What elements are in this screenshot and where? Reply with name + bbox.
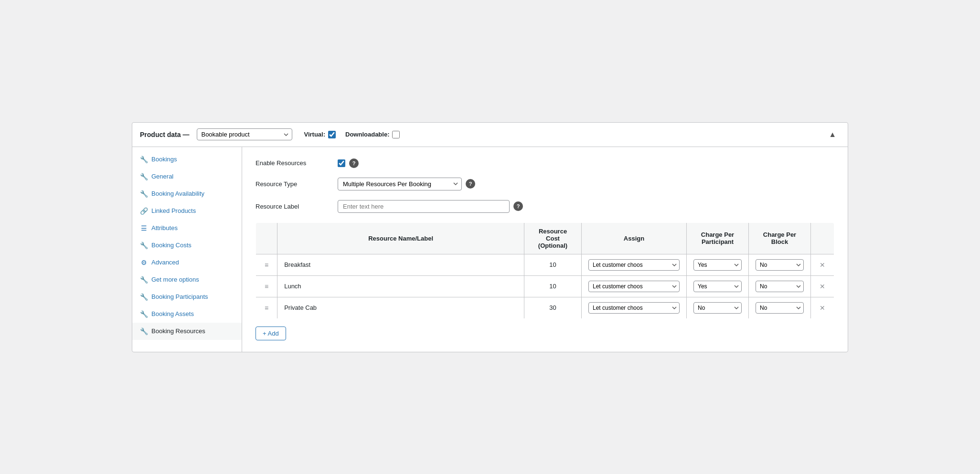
col-header-assign: Assign (582, 222, 687, 254)
delete-row-button[interactable]: ✕ (818, 282, 827, 291)
sidebar-item-linked-products[interactable]: 🔗 Linked Products (132, 202, 242, 220)
product-data-panel: Product data — Bookable product Virtual:… (132, 122, 848, 352)
resource-cost-value: 10 (549, 283, 556, 290)
resource-cost-cell: 10 (524, 254, 582, 275)
enable-resources-label: Enable Resources (256, 159, 332, 167)
wrench-icon: 🔧 (140, 310, 148, 318)
resource-label-controls: ? (338, 200, 523, 213)
charge-block-select[interactable]: YesNo (756, 281, 804, 292)
table-row: ≡ Lunch 10 Let customer choosAssign YesN… (256, 275, 834, 297)
panel-header: Product data — Bookable product Virtual:… (132, 123, 848, 147)
charge-participant-cell: YesNo (687, 297, 749, 318)
main-content: Enable Resources ? Resource Type Multipl… (242, 147, 848, 352)
resource-type-help-icon[interactable]: ? (466, 179, 475, 189)
virtual-label: Virtual: (304, 131, 325, 138)
link-icon: 🔗 (140, 207, 148, 215)
drag-handle-icon[interactable]: ≡ (263, 304, 270, 312)
charge-participant-cell: YesNo (687, 275, 749, 297)
assign-cell: Let customer choosAssign (582, 275, 687, 297)
sidebar-item-label: General (151, 173, 173, 180)
enable-resources-help-icon[interactable]: ? (349, 158, 359, 168)
assign-cell: Let customer choosAssign (582, 254, 687, 275)
sidebar-item-bookings[interactable]: 🔧 Bookings (132, 151, 242, 168)
delete-cell: ✕ (811, 254, 834, 275)
drag-handle-icon[interactable]: ≡ (263, 283, 270, 290)
downloadable-option: Downloadable: (345, 131, 400, 138)
assign-select[interactable]: Let customer choosAssign (588, 259, 680, 271)
panel-title: Product data — (140, 131, 189, 138)
product-type-select[interactable]: Bookable product (197, 128, 292, 140)
charge-block-cell: YesNo (749, 275, 811, 297)
col-header-delete (811, 222, 834, 254)
sidebar-item-booking-costs[interactable]: 🔧 Booking Costs (132, 237, 242, 254)
sidebar-item-booking-participants[interactable]: 🔧 Booking Participants (132, 288, 242, 305)
sidebar-item-general[interactable]: 🔧 General (132, 168, 242, 185)
delete-cell: ✕ (811, 275, 834, 297)
resource-cost-value: 30 (549, 304, 556, 311)
virtual-option: Virtual: (304, 131, 336, 138)
resource-cost-cell: 30 (524, 297, 582, 318)
delete-row-button[interactable]: ✕ (818, 303, 827, 313)
resource-name-value: Private Cab (284, 304, 317, 311)
wrench-icon: 🔧 (140, 156, 148, 163)
sidebar-item-get-more-options[interactable]: 🔧 Get more options (132, 271, 242, 288)
charge-block-cell: YesNo (749, 297, 811, 318)
charge-participant-select[interactable]: YesNo (693, 259, 742, 271)
assign-select[interactable]: Let customer choosAssign (588, 281, 680, 292)
col-header-charge-participant: Charge Per Participant (687, 222, 749, 254)
list-icon: ☰ (140, 224, 148, 232)
charge-block-select[interactable]: YesNo (756, 259, 804, 271)
sidebar-item-label: Bookings (151, 156, 177, 163)
resource-name-cell: Private Cab (277, 297, 524, 318)
sidebar-item-label: Advanced (151, 259, 179, 266)
sidebar-item-booking-resources[interactable]: 🔧 Booking Resources (132, 323, 242, 340)
sidebar-item-attributes[interactable]: ☰ Attributes (132, 220, 242, 237)
sidebar-item-label: Booking Costs (151, 242, 192, 249)
sidebar-item-label: Booking Resources (151, 327, 205, 335)
charge-participant-select[interactable]: YesNo (693, 302, 742, 314)
downloadable-checkbox[interactable] (392, 131, 400, 138)
resource-name-value: Breakfast (284, 261, 310, 268)
gear-icon: ⚙ (140, 259, 148, 266)
resource-type-select[interactable]: Multiple Resources Per Booking (338, 178, 462, 190)
sidebar-item-label: Attributes (151, 224, 178, 232)
resource-label-help-icon[interactable]: ? (513, 201, 523, 211)
add-resource-button[interactable]: + Add (256, 327, 286, 340)
sidebar-item-advanced[interactable]: ⚙ Advanced (132, 254, 242, 271)
resource-label-input[interactable] (338, 200, 510, 213)
charge-block-select[interactable]: YesNo (756, 302, 804, 314)
panel-body: 🔧 Bookings 🔧 General 🔧 Booking Availabil… (132, 147, 848, 352)
wrench-icon: 🔧 (140, 173, 148, 180)
delete-row-button[interactable]: ✕ (818, 260, 827, 270)
delete-cell: ✕ (811, 297, 834, 318)
sidebar-item-booking-availability[interactable]: 🔧 Booking Availability (132, 185, 242, 202)
col-header-drag (256, 222, 277, 254)
drag-handle-cell: ≡ (256, 297, 277, 318)
drag-handle-cell: ≡ (256, 254, 277, 275)
resource-cost-cell: 10 (524, 275, 582, 297)
wrench-icon: 🔧 (140, 190, 148, 198)
wrench-icon: 🔧 (140, 242, 148, 249)
sidebar-item-label: Booking Availability (151, 190, 204, 197)
enable-resources-checkbox[interactable] (338, 159, 345, 167)
resource-label-row: Resource Label ? (256, 200, 834, 213)
sidebar-item-label: Booking Assets (151, 310, 194, 317)
col-header-name: Resource Name/Label (277, 222, 524, 254)
sidebar: 🔧 Bookings 🔧 General 🔧 Booking Availabil… (132, 147, 242, 352)
sidebar-item-booking-assets[interactable]: 🔧 Booking Assets (132, 305, 242, 323)
downloadable-label: Downloadable: (345, 131, 389, 138)
collapse-button[interactable]: ▲ (825, 128, 840, 141)
virtual-checkbox[interactable] (328, 131, 336, 138)
table-row: ≡ Private Cab 30 Let customer choosAssig… (256, 297, 834, 318)
sidebar-item-label: Get more options (151, 276, 199, 283)
resource-name-cell: Breakfast (277, 254, 524, 275)
assign-select[interactable]: Let customer choosAssign (588, 302, 680, 314)
resource-type-controls: Multiple Resources Per Booking ? (338, 178, 475, 190)
wrench-icon: 🔧 (140, 327, 148, 335)
resource-label-label: Resource Label (256, 203, 332, 210)
col-header-cost: Resource Cost (Optional) (524, 222, 582, 254)
drag-handle-icon[interactable]: ≡ (263, 261, 270, 269)
charge-participant-cell: YesNo (687, 254, 749, 275)
resource-name-cell: Lunch (277, 275, 524, 297)
charge-participant-select[interactable]: YesNo (693, 281, 742, 292)
